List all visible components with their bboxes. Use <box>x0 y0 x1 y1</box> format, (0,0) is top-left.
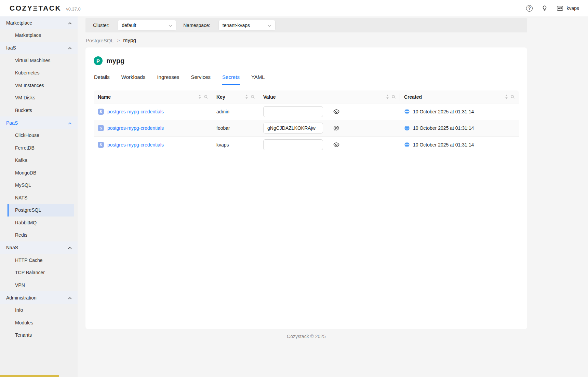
secret-name-link[interactable]: postgres-mypg-credentials <box>107 125 164 131</box>
chevron-down-icon <box>268 23 271 28</box>
app-version: v0.37.0 <box>66 6 81 12</box>
namespace-select[interactable]: tenant-kvaps <box>218 20 276 31</box>
sidebar-section-administration[interactable]: Administration <box>0 291 78 304</box>
column-search-icon[interactable] <box>204 95 208 99</box>
chevron-down-icon <box>169 23 172 28</box>
table-row[interactable]: S postgres-mypg-credentials kvaps <box>94 137 519 153</box>
sidebar-item-nats[interactable]: NATS <box>0 192 78 204</box>
column-header-name[interactable]: Name <box>94 90 212 103</box>
user-menu[interactable]: kvaps <box>557 5 579 12</box>
breadcrumb-separator: > <box>117 38 120 43</box>
column-search-icon[interactable] <box>391 95 396 99</box>
sort-icon[interactable] <box>198 95 201 99</box>
sidebar-item-rabbitmq[interactable]: RabbitMQ <box>0 217 78 229</box>
brand: COZYΞTACK v0.37.0 <box>10 4 81 12</box>
tab-bar: Details Workloads Ingresses Services Sec… <box>94 70 519 85</box>
chevron-up-icon <box>68 45 72 51</box>
sort-icon[interactable] <box>386 95 389 99</box>
tab-secrets[interactable]: Secrets <box>222 70 240 85</box>
tab-services[interactable]: Services <box>191 70 211 85</box>
eye-icon[interactable] <box>333 109 339 115</box>
tab-details[interactable]: Details <box>94 70 110 85</box>
chevron-up-icon <box>68 20 72 26</box>
sidebar-item-tenants[interactable]: Tenants <box>0 329 78 341</box>
secret-name-link[interactable]: postgres-mypg-credentials <box>107 109 164 114</box>
tab-yaml[interactable]: YAML <box>251 70 265 85</box>
sidebar-section-marketplace[interactable]: Marketplace <box>0 16 78 29</box>
sidebar-item-http-cache[interactable]: HTTP Cache <box>0 254 78 267</box>
eye-slash-icon[interactable] <box>333 125 339 131</box>
sidebar-section-iaas[interactable]: IaaS <box>0 42 78 54</box>
eye-icon[interactable] <box>333 142 339 148</box>
sidebar-item-vpn[interactable]: VPN <box>0 279 78 292</box>
secret-key: kvaps <box>216 142 229 148</box>
globe-icon <box>404 109 410 114</box>
page-title: mypg <box>106 57 124 65</box>
secret-value-input[interactable] <box>263 123 323 134</box>
tab-workloads[interactable]: Workloads <box>121 70 146 85</box>
column-search-icon[interactable] <box>510 95 515 99</box>
sidebar-item-mongodb[interactable]: MongoDB <box>0 167 78 179</box>
column-header-value[interactable]: Value <box>259 90 400 103</box>
namespace-select-value: tenant-kvaps <box>223 23 250 28</box>
secret-badge-icon: S <box>98 109 104 115</box>
sidebar-section-naas[interactable]: NaaS <box>0 241 78 254</box>
secrets-table: Name Key <box>94 90 519 153</box>
lightbulb-icon[interactable] <box>542 5 548 11</box>
secret-value-input[interactable] <box>263 106 323 117</box>
secret-name-link[interactable]: postgres-mypg-credentials <box>107 142 164 148</box>
postgres-avatar-icon: P <box>94 56 103 65</box>
created-timestamp: 10 October 2025 at 01:31:14 <box>413 109 474 114</box>
cluster-select-value: default <box>122 23 136 28</box>
table-row[interactable]: S postgres-mypg-credentials foobar <box>94 120 519 137</box>
column-header-created[interactable]: Created <box>400 90 519 103</box>
cluster-select[interactable]: default <box>118 20 176 31</box>
sort-icon[interactable] <box>245 95 248 99</box>
context-toolbar: Cluster: default Namespace: tenant-kvaps <box>85 18 527 32</box>
table-header: Name Key <box>94 90 519 103</box>
sidebar-item-vm-disks[interactable]: VM Disks <box>0 92 78 104</box>
column-search-icon[interactable] <box>251 95 255 99</box>
secret-badge-icon: S <box>98 125 104 131</box>
created-timestamp: 10 October 2025 at 01:31:14 <box>413 125 474 131</box>
tab-ingresses[interactable]: Ingresses <box>157 70 179 85</box>
resource-card: P mypg Details Workloads Ingresses Servi… <box>85 47 527 329</box>
breadcrumb-current: mypg <box>123 37 136 43</box>
help-icon[interactable]: ? <box>526 5 533 12</box>
secret-key: admin <box>216 109 229 114</box>
sidebar-item-buckets[interactable]: Buckets <box>0 104 78 117</box>
secret-badge-icon: S <box>98 142 104 148</box>
secret-value-input[interactable] <box>263 139 323 150</box>
sidebar-item-ferretdb[interactable]: FerretDB <box>0 142 78 154</box>
sidebar-item-tcp-balancer[interactable]: TCP Balancer <box>0 266 78 279</box>
column-header-key[interactable]: Key <box>212 90 259 103</box>
sidebar-item-modules[interactable]: Modules <box>0 317 78 329</box>
sidebar-item-mysql[interactable]: MySQL <box>0 179 78 192</box>
created-timestamp: 10 October 2025 at 01:31:14 <box>413 142 474 148</box>
sidebar-item-redis[interactable]: Redis <box>0 229 78 241</box>
sidebar-item-virtual-machines[interactable]: Virtual Machines <box>0 54 78 67</box>
breadcrumb: PostgreSQL > mypg <box>86 37 527 43</box>
id-card-icon <box>557 5 563 12</box>
sidebar-item-marketplace[interactable]: Marketplace <box>0 29 78 42</box>
sidebar-section-paas[interactable]: PaaS <box>0 116 78 129</box>
footer-copyright: Cozystack © 2025 <box>85 334 527 339</box>
user-name: kvaps <box>566 5 579 11</box>
app-logo: COZYΞTACK <box>10 4 61 12</box>
namespace-label: Namespace: <box>183 23 210 28</box>
sidebar: Marketplace Marketplace IaaS Virtual Mac… <box>0 16 78 377</box>
sidebar-bottom-indicator <box>0 375 59 377</box>
sidebar-item-vm-instances[interactable]: VM Instances <box>0 79 78 92</box>
secret-key: foobar <box>216 125 230 131</box>
chevron-up-icon <box>68 245 72 250</box>
sort-icon[interactable] <box>505 95 508 99</box>
breadcrumb-parent[interactable]: PostgreSQL <box>86 38 114 43</box>
sidebar-item-kubernetes[interactable]: Kubernetes <box>0 67 78 79</box>
sidebar-item-info[interactable]: Info <box>0 304 78 317</box>
sidebar-item-kafka[interactable]: Kafka <box>0 154 78 167</box>
sidebar-item-postgresql[interactable]: PostgreSQL <box>8 204 74 217</box>
table-row[interactable]: S postgres-mypg-credentials admin <box>94 103 519 120</box>
sidebar-item-clickhouse[interactable]: ClickHouse <box>0 129 78 142</box>
globe-icon <box>404 125 410 131</box>
main-area: Cluster: default Namespace: tenant-kvaps… <box>78 16 588 377</box>
